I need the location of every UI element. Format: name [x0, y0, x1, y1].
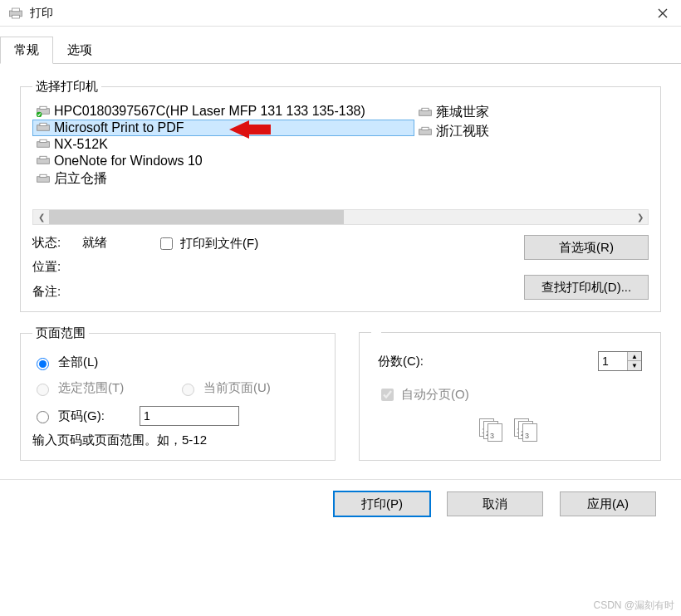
printer-item[interactable]: 雍城世家 [414, 103, 649, 122]
svg-rect-2 [12, 15, 20, 18]
close-button[interactable] [654, 5, 671, 22]
collate-stack-icon: 123 [514, 418, 541, 442]
printer-item-label: 浙江视联 [436, 123, 489, 140]
printer-default-icon [36, 105, 51, 117]
printer-icon [36, 174, 51, 185]
collate-label: 自动分页(O) [401, 387, 469, 403]
svg-marker-8 [229, 120, 249, 139]
spinner-up-icon[interactable]: ▲ [628, 352, 641, 361]
print-to-file-checkbox[interactable] [160, 237, 173, 250]
apply-button[interactable]: 应用(A) [560, 491, 656, 516]
select-printer-legend: 选择打印机 [32, 79, 101, 95]
print-button[interactable]: 打印(P) [334, 491, 430, 516]
printer-item[interactable]: NX-512K [32, 136, 414, 153]
range-pages-radio[interactable] [37, 411, 49, 423]
comment-label: 备注: [32, 284, 82, 300]
range-selection-row: 选定范围(T) [32, 380, 178, 396]
printer-item[interactable]: 启立仓播 [32, 169, 414, 188]
copies-spinner[interactable]: ▲ ▼ [598, 351, 642, 371]
printer-item-label: OneNote for Windows 10 [54, 154, 203, 169]
printer-icon [36, 122, 51, 134]
scroll-left-icon[interactable]: ❮ [33, 210, 49, 224]
range-all-row[interactable]: 全部(L) [32, 354, 323, 370]
svg-rect-7 [40, 123, 47, 125]
status-value: 就绪 [82, 235, 107, 251]
printer-item[interactable]: 浙江视联 [414, 122, 649, 141]
collate-preview: 123 123 [371, 418, 649, 442]
find-printer-button[interactable]: 查找打印机(D)... [524, 275, 649, 300]
svg-rect-19 [422, 127, 429, 130]
tab-general[interactable]: 常规 [0, 37, 53, 64]
location-label: 位置: [32, 259, 82, 275]
watermark: CSDN @漏刻有时 [593, 599, 674, 613]
preferences-button[interactable]: 首选项(R) [524, 235, 649, 260]
status-label: 状态: [32, 235, 82, 251]
dialog-button-bar: 打印(P) 取消 应用(A) [0, 479, 681, 516]
page-range-group: 页面范围 全部(L) 选定范围(T) 当前页面(U) 页码(G): [20, 325, 336, 461]
svg-rect-13 [40, 156, 47, 159]
copies-input[interactable] [599, 352, 627, 370]
collate-stack-icon: 123 [479, 418, 506, 442]
print-to-file-row[interactable]: 打印到文件(F) [157, 235, 258, 252]
copies-group: . 份数(C): ▲ ▼ 自动分页(O) 123 [359, 325, 661, 461]
printer-item-label: NX-512K [54, 137, 108, 152]
range-all-label: 全部(L) [58, 354, 98, 370]
printer-item[interactable]: Microsoft Print to PDF [32, 120, 414, 136]
page-range-legend: 页面范围 [32, 325, 89, 341]
printer-icon [36, 139, 51, 150]
range-selection-label: 选定范围(T) [58, 380, 124, 396]
range-current-radio [182, 384, 194, 396]
scroll-right-icon[interactable]: ❯ [632, 210, 648, 224]
svg-rect-9 [247, 125, 271, 134]
svg-rect-15 [40, 174, 47, 177]
svg-rect-4 [40, 106, 47, 109]
scrollbar-thumb[interactable] [49, 210, 344, 224]
range-pages-row[interactable]: 页码(G): [32, 406, 323, 426]
spinner-down-icon[interactable]: ▼ [628, 361, 641, 370]
range-current-label: 当前页面(U) [203, 380, 271, 396]
range-pages-label: 页码(G): [58, 408, 133, 424]
printer-item-label: 雍城世家 [436, 104, 489, 121]
title-bar: 打印 [0, 0, 681, 27]
printer-icon [418, 126, 433, 138]
svg-rect-17 [422, 108, 429, 110]
collate-row: 自动分页(O) [378, 386, 642, 403]
range-selection-radio [37, 384, 49, 396]
printer-item[interactable]: OneNote for Windows 10 [32, 153, 414, 169]
printer-icon [8, 7, 23, 19]
print-to-file-label: 打印到文件(F) [180, 236, 258, 252]
printer-icon [418, 107, 433, 119]
range-all-radio[interactable] [37, 358, 49, 370]
printer-item-label: HPC0180397567C(HP Laser MFP 131 133 135-… [54, 104, 365, 119]
select-printer-group: 选择打印机 HPC0180397567C(HP Laser MFP 131 13… [20, 79, 661, 312]
range-current-row: 当前页面(U) [178, 380, 323, 396]
printer-item[interactable]: HPC0180397567C(HP Laser MFP 131 133 135-… [32, 103, 414, 120]
window-title: 打印 [30, 6, 654, 21]
cancel-button[interactable]: 取消 [447, 491, 543, 516]
printer-item-label: Microsoft Print to PDF [54, 120, 184, 135]
printer-list-scrollbar[interactable]: ❮ ❯ [32, 209, 649, 225]
printer-icon [36, 155, 51, 167]
printer-item-label: 启立仓播 [54, 170, 107, 188]
printer-list[interactable]: HPC0180397567C(HP Laser MFP 131 133 135-… [32, 103, 649, 208]
tab-bar: 常规 选项 [0, 37, 681, 64]
svg-rect-1 [12, 8, 20, 12]
close-icon [658, 8, 668, 18]
tab-options[interactable]: 选项 [53, 37, 106, 64]
copies-label: 份数(C): [378, 354, 424, 369]
pages-input[interactable] [140, 406, 239, 426]
svg-rect-11 [40, 139, 47, 142]
collate-checkbox [381, 389, 394, 401]
page-range-hint: 输入页码或页面范围。如，5-12 [32, 433, 323, 448]
